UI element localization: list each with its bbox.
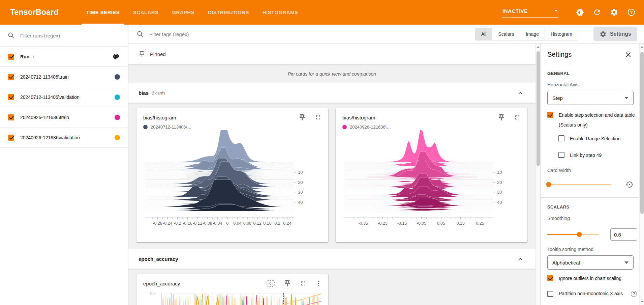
legend-run-name: 20240926-121636\… bbox=[350, 124, 391, 130]
partition-x-axis-checkbox-row[interactable]: Partition non-monotonic X axis ? bbox=[547, 290, 637, 297]
scrollbar-thumb[interactable] bbox=[536, 51, 540, 166]
run-filter-row bbox=[0, 25, 128, 47]
section-card-count: 2 cards bbox=[152, 91, 165, 95]
run-color-dot[interactable] bbox=[115, 115, 120, 120]
svg-text:-0.25: -0.25 bbox=[378, 221, 388, 226]
scroll-up-arrow[interactable] bbox=[641, 46, 643, 48]
header-actions: INACTIVE bbox=[502, 7, 636, 18]
checkbox[interactable] bbox=[547, 275, 553, 281]
step-selection-checkbox-row[interactable]: Enable step selection and data table (Sc… bbox=[547, 112, 637, 129]
svg-text:30: 30 bbox=[298, 190, 303, 195]
svg-text:-0.35: -0.35 bbox=[358, 221, 368, 226]
svg-text:-0.2: -0.2 bbox=[174, 221, 181, 226]
card-title: bias/histogram bbox=[342, 115, 375, 120]
histogram-card-2: bias/histogram 20240926-121636\… 1020304 bbox=[336, 108, 527, 242]
help-icon[interactable]: ? bbox=[631, 291, 637, 297]
scalar-line-chart[interactable]: 0.9 bbox=[142, 289, 323, 305]
reload-status-select[interactable]: INACTIVE bbox=[502, 7, 558, 18]
filter-chip-scalars[interactable]: Scalars bbox=[492, 28, 520, 40]
run-checkbox[interactable] bbox=[8, 135, 14, 141]
help-button[interactable]: ? bbox=[627, 8, 636, 17]
tab-scalars[interactable]: SCALARS bbox=[126, 0, 165, 25]
scroll-up-arrow[interactable] bbox=[537, 46, 540, 48]
tag-filter-input[interactable] bbox=[149, 31, 475, 37]
fullscreen-icon[interactable] bbox=[315, 114, 321, 121]
tab-histograms[interactable]: HISTOGRAMS bbox=[256, 0, 305, 25]
checkbox[interactable] bbox=[547, 112, 553, 118]
sort-ascending-icon[interactable]: ↑ bbox=[32, 54, 34, 59]
scroll-down-arrow[interactable] bbox=[641, 301, 643, 303]
filter-chip-histogram[interactable]: Histogram bbox=[545, 28, 578, 40]
scrollbar-thumb[interactable] bbox=[640, 52, 644, 214]
run-name: 20240712-113406\train bbox=[20, 74, 69, 80]
reset-card-width-icon[interactable] bbox=[625, 181, 634, 189]
settings-scrollbar[interactable] bbox=[639, 44, 644, 305]
gear-icon bbox=[600, 31, 607, 38]
dark-mode-toggle-button[interactable] bbox=[575, 8, 584, 17]
close-icon[interactable] bbox=[624, 51, 632, 58]
section-header-bias[interactable]: bias 2 cards bbox=[128, 83, 535, 103]
epoch-cards-band: epoch_accuracy bbox=[128, 269, 535, 305]
pin-card-icon[interactable] bbox=[299, 114, 306, 121]
histogram-chart[interactable]: 10203040-0.28-0.24-0.2-0.16-0.12-0.08-0.… bbox=[142, 130, 323, 232]
header-settings-button[interactable] bbox=[610, 8, 619, 17]
range-selection-checkbox-row[interactable]: Enable Range Selection bbox=[558, 135, 637, 142]
palette-icon[interactable] bbox=[112, 53, 120, 60]
tab-distributions[interactable]: DISTRIBUTIONS bbox=[201, 0, 256, 25]
run-checkbox[interactable] bbox=[8, 94, 14, 100]
fullscreen-icon[interactable] bbox=[300, 280, 307, 287]
link-by-step-checkbox-row[interactable]: Link by step 49 bbox=[558, 152, 637, 159]
settings-panel-title: Settings bbox=[547, 51, 572, 58]
svg-text:-0.08: -0.08 bbox=[203, 221, 212, 226]
toolbar-divider bbox=[586, 26, 586, 42]
settings-button[interactable]: Settings bbox=[593, 27, 637, 41]
chevron-up-icon[interactable] bbox=[517, 90, 523, 96]
card-title: bias/histogram bbox=[143, 115, 176, 120]
pin-card-icon[interactable] bbox=[498, 114, 505, 121]
run-column-header[interactable]: Run bbox=[20, 54, 29, 59]
run-color-dot[interactable] bbox=[115, 135, 120, 140]
smoothing-slider[interactable] bbox=[547, 234, 599, 235]
slider-thumb[interactable] bbox=[546, 182, 551, 187]
histogram-chart[interactable]: 10203040-0.35-0.25-0.15-0.050.050.150.25 bbox=[341, 130, 522, 232]
filter-chip-image[interactable]: Image bbox=[520, 28, 545, 40]
ignore-outliers-checkbox-row[interactable]: Ignore outliers in chart scaling bbox=[547, 275, 637, 282]
more-options-icon[interactable] bbox=[315, 280, 321, 286]
run-row[interactable]: 20240926-121636\validation bbox=[0, 128, 128, 148]
select-all-runs-checkbox[interactable] bbox=[8, 54, 14, 60]
run-row[interactable]: 20240712-113406\validation bbox=[0, 87, 128, 107]
epoch-accuracy-card: epoch_accuracy bbox=[136, 274, 328, 305]
smoothing-value-input[interactable] bbox=[610, 228, 637, 241]
tooltip-sorting-select[interactable]: Alphabetical bbox=[547, 255, 634, 270]
run-color-dot[interactable] bbox=[115, 94, 120, 100]
main-scrollbar[interactable] bbox=[535, 44, 540, 305]
run-table-header: Run ↑ bbox=[0, 47, 128, 67]
checkbox[interactable] bbox=[547, 291, 553, 297]
card-width-slider[interactable] bbox=[547, 184, 611, 185]
fullscreen-icon[interactable] bbox=[514, 114, 521, 121]
fit-to-domain-icon[interactable] bbox=[266, 280, 275, 287]
svg-text:-0.24: -0.24 bbox=[163, 221, 173, 226]
run-checkbox[interactable] bbox=[8, 74, 14, 80]
filter-chip-all[interactable]: All bbox=[476, 28, 492, 40]
checkbox[interactable] bbox=[558, 135, 564, 141]
section-header-epoch-accuracy[interactable]: epoch_accuracy bbox=[128, 249, 535, 269]
main-content: Pinned Pin cards for a quick view and co… bbox=[128, 44, 535, 305]
slider-thumb[interactable] bbox=[577, 232, 582, 237]
run-filter-input[interactable] bbox=[20, 33, 121, 38]
run-row[interactable]: 20240712-113406\train bbox=[0, 67, 128, 87]
chevron-up-icon[interactable] bbox=[517, 256, 523, 262]
tab-graphs[interactable]: GRAPHS bbox=[165, 0, 201, 25]
reload-button[interactable] bbox=[592, 8, 602, 17]
tooltip-sorting-label: Tooltip sorting method bbox=[547, 247, 637, 252]
svg-text:-0.04: -0.04 bbox=[213, 221, 222, 226]
run-row[interactable]: 20240926-121636\train bbox=[0, 107, 128, 128]
run-checkbox[interactable] bbox=[8, 114, 14, 120]
checkbox[interactable] bbox=[558, 152, 564, 158]
run-name: 20240712-113406\validation bbox=[20, 94, 80, 100]
tab-time-series[interactable]: TIME SERIES bbox=[80, 0, 126, 25]
run-color-dot[interactable] bbox=[115, 74, 120, 80]
histogram-card-1: bias/histogram 20240712-113406\… 1020304 bbox=[136, 108, 328, 242]
pin-card-icon[interactable] bbox=[284, 280, 291, 287]
horizontal-axis-select[interactable]: Step bbox=[547, 91, 634, 105]
